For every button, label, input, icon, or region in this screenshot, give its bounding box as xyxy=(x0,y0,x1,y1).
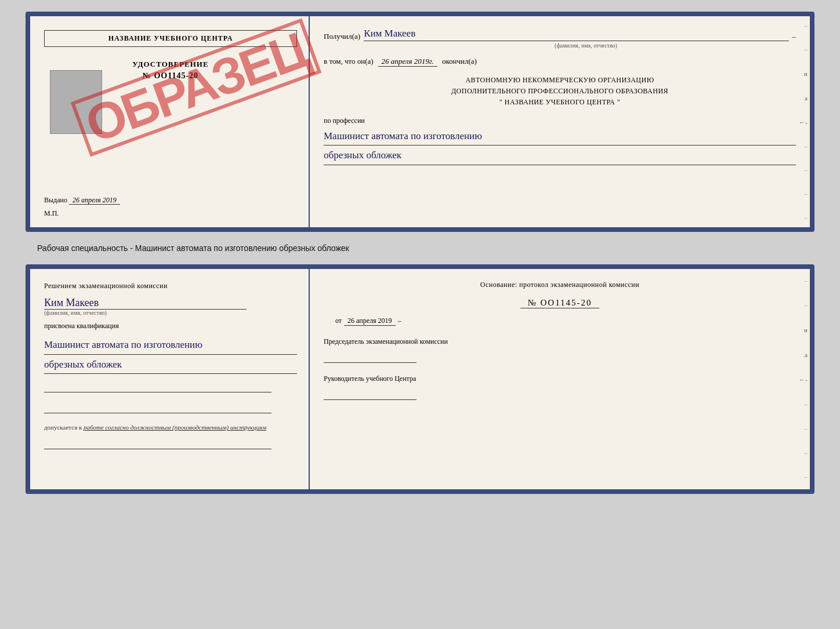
allowed-label: допускается к xyxy=(44,424,82,431)
bottom-document: Решением экзаменационной комиссии Ким Ма… xyxy=(26,264,814,494)
qualification-label: присвоена квалификация xyxy=(44,322,297,330)
recipient-line: Получил(а) Ким Макеев – xyxy=(324,28,796,41)
recipient-section: Получил(а) Ким Макеев – (фамилия, имя, о… xyxy=(324,28,796,49)
blank-line-1 xyxy=(44,382,271,392)
chairman-block: Председатель экзаменационной комиссии xyxy=(324,336,796,363)
dash-right: – xyxy=(398,317,401,325)
chairman-signature-line xyxy=(324,349,417,363)
edge-mark-6: – xyxy=(805,143,808,150)
bem3: и xyxy=(804,326,808,333)
director-block: Руководитель учебного Центра xyxy=(324,373,796,400)
org-block: АВТОНОМНУЮ НЕКОММЕРЧЕСКУЮ ОРГАНИЗАЦИЮ ДО… xyxy=(324,75,796,108)
date-value: 26 апреля 2019г. xyxy=(378,57,437,67)
protocol-date-line: от 26 апреля 2019 – xyxy=(324,317,796,326)
bem9: – xyxy=(805,474,808,480)
date-line: в том, что он(а) 26 апреля 2019г. окончи… xyxy=(324,57,796,67)
bem8: – xyxy=(805,450,808,456)
protocol-number-section: № OO1145-20 xyxy=(324,297,796,308)
cert-number: № OO1145-20 xyxy=(132,71,208,81)
photo-placeholder xyxy=(50,70,102,134)
bottom-person-name: Ким Макеев xyxy=(44,297,247,310)
bem7: – xyxy=(805,426,808,432)
director-label: Руководитель учебного Центра xyxy=(324,373,796,384)
allowed-text: работе согласно должностным (производств… xyxy=(84,424,266,431)
bottom-left-panel: Решением экзаменационной комиссии Ким Ма… xyxy=(30,269,309,489)
school-name-text: НАЗВАНИЕ УЧЕБНОГО ЦЕНТРА xyxy=(108,34,233,42)
finished-label: окончил(а) xyxy=(442,57,477,66)
recipient-name: Ким Макеев xyxy=(364,28,788,41)
protocol-number: № OO1145-20 xyxy=(520,298,599,308)
school-name-box: НАЗВАНИЕ УЧЕБНОГО ЦЕНТРА xyxy=(44,30,297,47)
edge-mark-4: а xyxy=(805,94,808,101)
right-edge-marks: – – и а ←- – – – – xyxy=(799,16,808,227)
profession-section: по профессии Машинист автомата по изгото… xyxy=(324,117,796,165)
edge-mark-5: ←- xyxy=(799,119,808,126)
profession-label: по профессии xyxy=(324,117,796,125)
commission-intro: Решением экзаменационной комиссии xyxy=(44,281,297,291)
bottom-name-subtitle: (фамилия, имя, отчество) xyxy=(44,310,297,316)
bem6: – xyxy=(805,401,808,408)
basis-label: Основание: протокол экзаменационной коми… xyxy=(324,281,796,289)
middle-caption: Рабочая специальность - Машинист автомат… xyxy=(12,241,349,255)
issued-date-line: Выдано 26 апреля 2019 xyxy=(44,196,297,207)
mp-label: М.П. xyxy=(44,209,59,218)
qualification-line2: обрезных обложек xyxy=(44,356,297,375)
org-name: " НАЗВАНИЕ УЧЕБНОГО ЦЕНТРА " xyxy=(324,97,796,108)
director-signature-line xyxy=(324,386,417,400)
edge-mark-2: – xyxy=(805,46,808,53)
top-right-panel: Получил(а) Ким Макеев – (фамилия, имя, о… xyxy=(310,16,810,227)
commission-text: Решением экзаменационной комиссии xyxy=(44,282,168,290)
bottom-person-block: Ким Макеев (фамилия, имя, отчество) xyxy=(44,297,297,316)
edge-mark-9: – xyxy=(805,214,808,221)
name-subtitle-top: (фамилия, имя, отчество) xyxy=(376,42,796,49)
org-line1: АВТОНОМНУЮ НЕКОММЕРЧЕСКУЮ ОРГАНИЗАЦИЮ xyxy=(324,75,796,86)
top-left-panel: НАЗВАНИЕ УЧЕБНОГО ЦЕНТРА ОБРАЗЕЦ УДОСТОВ… xyxy=(30,16,309,227)
bem2: – xyxy=(805,302,808,308)
allowed-section: допускается к работе согласно должностны… xyxy=(44,424,297,431)
blank-line-3 xyxy=(44,439,271,449)
date-intro: в том, что он(а) xyxy=(324,57,374,66)
edge-mark-7: – xyxy=(805,167,808,173)
cert-badge-area: ОБРАЗЕЦ УДОСТОВЕРЕНИЕ № OO1145-20 Выдано… xyxy=(44,53,297,207)
dash1: – xyxy=(792,32,796,41)
profession-line2: обрезных обложек xyxy=(324,147,796,165)
bem5: ←- xyxy=(799,376,808,383)
cert-title: УДОСТОВЕРЕНИЕ xyxy=(132,60,208,69)
qualification-line1: Машинист автомата по изготовлению xyxy=(44,336,297,355)
edge-mark-1: – xyxy=(805,23,808,29)
right-edge-marks-bottom: – – и а ←- – – – – xyxy=(799,269,808,489)
top-document: НАЗВАНИЕ УЧЕБНОГО ЦЕНТРА ОБРАЗЕЦ УДОСТОВ… xyxy=(26,12,814,232)
bem4: а xyxy=(805,351,808,358)
bottom-right-panel: Основание: протокол экзаменационной коми… xyxy=(310,269,810,489)
profession-line1: Машинист автомата по изготовлению xyxy=(324,128,796,146)
edge-mark-8: – xyxy=(805,191,808,197)
issued-date-value: 26 апреля 2019 xyxy=(69,196,120,205)
date-from-label: от xyxy=(335,317,342,325)
qualification-section: Машинист автомата по изготовлению обрезн… xyxy=(44,336,297,374)
date-from-value: 26 апреля 2019 xyxy=(344,317,395,326)
edge-mark-3: и xyxy=(804,70,808,77)
issued-label: Выдано xyxy=(44,196,67,204)
chairman-label: Председатель экзаменационной комиссии xyxy=(324,336,796,347)
bem1: – xyxy=(805,278,808,284)
received-label: Получил(а) xyxy=(324,32,360,41)
org-line2: ДОПОЛНИТЕЛЬНОГО ПРОФЕССИОНАЛЬНОГО ОБРАЗО… xyxy=(324,86,796,97)
blank-line-2 xyxy=(44,403,271,413)
